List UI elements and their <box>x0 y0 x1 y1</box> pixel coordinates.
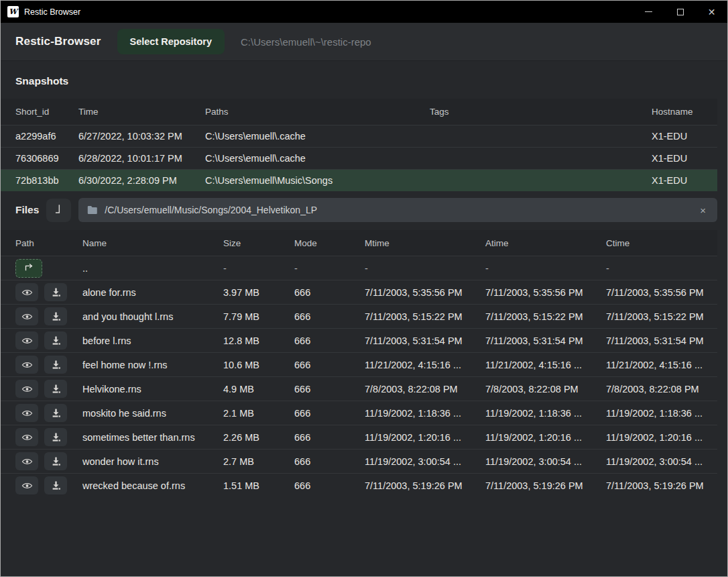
file-size: - <box>223 263 294 274</box>
preview-file-button[interactable] <box>15 307 38 325</box>
file-name: wrecked because of.rns <box>82 480 223 491</box>
col-paths: Paths <box>205 107 430 117</box>
download-file-button[interactable] <box>44 404 67 422</box>
file-atime: 7/11/2003, 5:31:54 PM <box>485 335 606 346</box>
file-size: 3.97 MB <box>223 287 294 298</box>
file-name: and you thought l.rns <box>82 311 223 322</box>
file-size: 1.51 MB <box>223 480 294 491</box>
file-mode: 666 <box>294 480 365 491</box>
snapshot-short-id: 76306869 <box>15 153 78 164</box>
file-mode: 666 <box>294 408 365 419</box>
snapshot-row[interactable]: a2299af6 6/27/2022, 10:03:32 PM C:\Users… <box>1 125 717 147</box>
snapshot-row[interactable]: 76306869 6/28/2022, 10:01:17 PM C:\Users… <box>1 147 717 169</box>
col-mtime: Mtime <box>365 238 485 248</box>
file-atime: 7/11/2003, 5:19:26 PM <box>485 480 606 491</box>
window-titlebar: W Restic Browser ✕ <box>1 1 727 23</box>
snapshot-paths: C:\Users\emuell\.cache <box>205 131 430 142</box>
app-window-icon: W <box>7 6 19 17</box>
file-name: feel home now !.rns <box>82 360 223 370</box>
files-bar: Files /C/Users/emuell/Music/Songs/2004_H… <box>1 197 727 223</box>
close-icon: ✕ <box>708 7 716 17</box>
repository-path-display[interactable]: C:\Users\emuell\~\restic-repo <box>241 36 371 48</box>
files-table: Path Name Size Mode Mtime Atime Ctime ..… <box>1 230 717 497</box>
eye-icon <box>21 433 33 442</box>
file-mode: 666 <box>294 335 365 346</box>
up-to-root-icon <box>53 203 64 217</box>
files-path-value: /C/Users/emuell/Music/Songs/2004_Helveti… <box>105 205 317 215</box>
up-arrow-icon <box>23 262 35 274</box>
file-atime: 7/11/2003, 5:35:56 PM <box>485 287 606 298</box>
snapshot-time: 6/30/2022, 2:28:09 PM <box>78 175 205 186</box>
download-file-button[interactable] <box>44 356 67 374</box>
download-icon <box>51 456 61 466</box>
download-file-button[interactable] <box>44 283 67 301</box>
select-repository-button[interactable]: Select Repository <box>117 29 225 54</box>
file-ctime: 7/11/2003, 5:15:22 PM <box>606 311 717 322</box>
maximize-button[interactable] <box>664 1 696 23</box>
snapshot-time: 6/28/2022, 10:01:17 PM <box>78 153 205 164</box>
download-icon <box>51 311 61 321</box>
preview-file-button[interactable] <box>15 428 38 446</box>
file-row: alone for.rns 3.97 MB 666 7/11/2003, 5:3… <box>1 280 717 304</box>
download-file-button[interactable] <box>44 380 67 398</box>
download-icon <box>51 335 61 346</box>
file-atime: 11/19/2002, 1:20:16 ... <box>485 432 606 443</box>
go-up-button[interactable] <box>15 259 42 278</box>
file-mtime: 11/19/2002, 3:00:54 ... <box>365 456 485 467</box>
file-atime: 11/21/2002, 4:15:16 ... <box>485 360 606 370</box>
download-file-button[interactable] <box>44 476 67 494</box>
snapshot-short-id: a2299af6 <box>15 131 78 142</box>
app-title: Restic-Browser <box>15 35 101 48</box>
download-file-button[interactable] <box>44 307 67 325</box>
minimize-button[interactable] <box>633 1 664 23</box>
minimize-icon <box>645 11 652 12</box>
file-mtime: 7/8/2003, 8:22:08 PM <box>365 384 485 395</box>
file-size: 10.6 MB <box>223 360 294 370</box>
snapshot-hostname: X1-EDU <box>652 153 717 164</box>
file-ctime: 11/19/2002, 3:00:54 ... <box>606 456 717 467</box>
files-path-input[interactable]: /C/Users/emuell/Music/Songs/2004_Helveti… <box>78 198 717 222</box>
file-ctime: 7/11/2003, 5:35:56 PM <box>606 287 717 298</box>
close-button[interactable]: ✕ <box>696 1 727 23</box>
snapshot-short-id: 72b813bb <box>15 175 78 186</box>
file-mtime: 7/11/2003, 5:31:54 PM <box>365 335 485 346</box>
download-file-button[interactable] <box>44 452 67 470</box>
eye-icon <box>21 288 33 297</box>
col-name: Name <box>82 238 223 248</box>
file-atime: - <box>485 263 606 274</box>
preview-file-button[interactable] <box>15 404 38 422</box>
snapshot-row[interactable]: 72b813bb 6/30/2022, 2:28:09 PM C:\Users\… <box>1 169 717 191</box>
snapshot-hostname: X1-EDU <box>652 175 717 186</box>
preview-file-button[interactable] <box>15 380 38 398</box>
file-atime: 11/19/2002, 1:18:36 ... <box>485 408 606 419</box>
eye-icon <box>21 384 33 394</box>
file-row: moskito he said.rns 2.1 MB 666 11/19/200… <box>1 401 717 425</box>
file-size: 12.8 MB <box>223 335 294 346</box>
file-ctime: - <box>606 263 717 274</box>
download-icon <box>51 360 61 370</box>
file-name: wonder how it.rns <box>82 456 223 467</box>
preview-file-button[interactable] <box>15 452 38 470</box>
preview-file-button[interactable] <box>15 331 38 350</box>
file-ctime: 11/21/2002, 4:15:16 ... <box>606 360 717 370</box>
file-ctime: 11/19/2002, 1:18:36 ... <box>606 408 717 419</box>
eye-icon <box>21 336 33 346</box>
file-row: wrecked because of.rns 1.51 MB 666 7/11/… <box>1 473 717 497</box>
eye-icon <box>21 481 33 490</box>
file-mtime: - <box>365 263 485 274</box>
go-to-root-button[interactable] <box>46 199 71 222</box>
file-mode: 666 <box>294 287 365 298</box>
col-tags: Tags <box>430 107 652 117</box>
clear-path-button[interactable]: × <box>697 203 709 217</box>
preview-file-button[interactable] <box>15 356 38 374</box>
files-section-title: Files <box>15 204 39 216</box>
preview-file-button[interactable] <box>15 283 38 301</box>
download-icon <box>51 480 61 490</box>
eye-icon <box>21 409 33 418</box>
file-name: .. <box>82 263 223 274</box>
preview-file-button[interactable] <box>15 476 38 494</box>
app-header: Restic-Browser Select Repository C:\User… <box>1 23 727 61</box>
download-file-button[interactable] <box>44 428 67 446</box>
file-row: before l.rns 12.8 MB 666 7/11/2003, 5:31… <box>1 328 717 352</box>
download-file-button[interactable] <box>44 331 67 350</box>
